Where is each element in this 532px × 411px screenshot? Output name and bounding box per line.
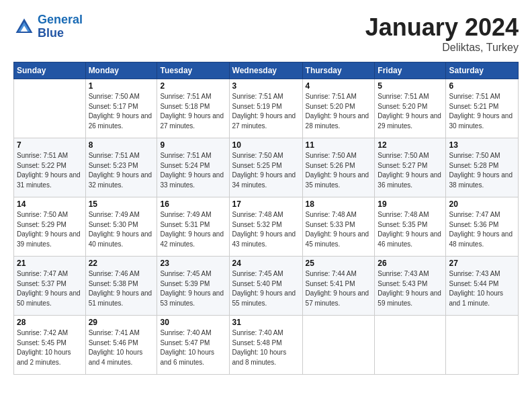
logo-icon (13, 16, 35, 38)
sunrise-text: Sunrise: 7:49 AM (160, 211, 211, 218)
sunrise-text: Sunrise: 7:47 AM (449, 211, 500, 218)
title-block: January 2024 Deliktas, Turkey (365, 13, 519, 54)
day-detail: Sunrise: 7:50 AMSunset: 5:29 PMDaylight:… (17, 210, 83, 249)
col-tuesday: Tuesday (157, 62, 229, 79)
sunset-text: Sunset: 5:33 PM (306, 221, 355, 228)
sunset-text: Sunset: 5:48 PM (232, 339, 282, 347)
day-number: 7 (17, 140, 83, 150)
table-row: 23Sunrise: 7:45 AMSunset: 5:39 PMDayligh… (157, 257, 229, 316)
sunrise-text: Sunrise: 7:49 AM (89, 211, 140, 218)
daylight-text: Daylight: 9 hours and 50 minutes. (17, 289, 81, 307)
day-detail: Sunrise: 7:50 AMSunset: 5:27 PMDaylight:… (378, 151, 443, 190)
logo: General Blue (13, 13, 83, 40)
day-number: 2 (160, 81, 226, 91)
table-row (446, 316, 519, 375)
daylight-text: Daylight: 9 hours and 53 minutes. (160, 289, 224, 307)
sunset-text: Sunset: 5:37 PM (17, 280, 66, 287)
table-row: 11Sunrise: 7:50 AMSunset: 5:26 PMDayligh… (302, 138, 375, 197)
sunset-text: Sunset: 5:36 PM (449, 221, 498, 228)
daylight-text: Daylight: 9 hours and 46 minutes. (378, 230, 441, 248)
week-row-4: 21Sunrise: 7:47 AMSunset: 5:37 PMDayligh… (14, 257, 519, 316)
day-number: 11 (306, 140, 372, 150)
sunrise-text: Sunrise: 7:40 AM (160, 329, 211, 336)
sunrise-text: Sunrise: 7:43 AM (378, 270, 429, 277)
sunset-text: Sunset: 5:28 PM (449, 162, 498, 169)
subtitle: Deliktas, Turkey (365, 42, 519, 54)
daylight-text: Daylight: 10 hours and 2 minutes. (17, 349, 71, 366)
daylight-text: Daylight: 9 hours and 31 minutes. (17, 171, 81, 189)
sunrise-text: Sunrise: 7:48 AM (232, 211, 283, 218)
sunset-text: Sunset: 5:39 PM (160, 280, 210, 287)
day-detail: Sunrise: 7:49 AMSunset: 5:31 PMDaylight:… (160, 210, 226, 249)
day-detail: Sunrise: 7:41 AMSunset: 5:46 PMDaylight:… (89, 328, 154, 367)
table-row: 19Sunrise: 7:48 AMSunset: 5:35 PMDayligh… (375, 197, 446, 257)
table-row: 25Sunrise: 7:44 AMSunset: 5:41 PMDayligh… (302, 257, 375, 316)
sunset-text: Sunset: 5:26 PM (306, 162, 355, 169)
header: General Blue January 2024 Deliktas, Turk… (13, 13, 519, 54)
table-row: 2Sunrise: 7:51 AMSunset: 5:18 PMDaylight… (157, 79, 229, 138)
sunrise-text: Sunrise: 7:50 AM (17, 211, 68, 218)
sunrise-text: Sunrise: 7:51 AM (449, 93, 500, 100)
daylight-text: Daylight: 9 hours and 28 minutes. (306, 112, 369, 130)
table-row: 17Sunrise: 7:48 AMSunset: 5:32 PMDayligh… (229, 197, 302, 257)
day-detail: Sunrise: 7:40 AMSunset: 5:47 PMDaylight:… (160, 328, 226, 367)
day-number: 1 (89, 81, 154, 91)
week-row-3: 14Sunrise: 7:50 AMSunset: 5:29 PMDayligh… (14, 197, 519, 257)
day-number: 12 (378, 140, 443, 150)
daylight-text: Daylight: 9 hours and 55 minutes. (232, 289, 296, 307)
day-detail: Sunrise: 7:47 AMSunset: 5:37 PMDaylight:… (17, 269, 83, 308)
table-row: 15Sunrise: 7:49 AMSunset: 5:30 PMDayligh… (85, 197, 157, 257)
day-number: 27 (449, 259, 515, 268)
day-detail: Sunrise: 7:51 AMSunset: 5:20 PMDaylight:… (378, 92, 443, 131)
table-row (14, 79, 86, 138)
daylight-text: Daylight: 9 hours and 32 minutes. (89, 171, 152, 189)
sunrise-text: Sunrise: 7:46 AM (89, 270, 140, 277)
sunset-text: Sunset: 5:41 PM (306, 280, 355, 287)
day-detail: Sunrise: 7:44 AMSunset: 5:41 PMDaylight:… (306, 269, 372, 308)
logo-text: General Blue (38, 13, 83, 40)
sunrise-text: Sunrise: 7:44 AM (306, 270, 357, 277)
table-row: 4Sunrise: 7:51 AMSunset: 5:20 PMDaylight… (302, 79, 375, 138)
daylight-text: Daylight: 9 hours and 51 minutes. (89, 289, 152, 307)
sunrise-text: Sunrise: 7:51 AM (17, 152, 68, 159)
header-row: Sunday Monday Tuesday Wednesday Thursday… (14, 62, 519, 79)
week-row-1: 1Sunrise: 7:50 AMSunset: 5:17 PMDaylight… (14, 79, 519, 138)
day-detail: Sunrise: 7:48 AMSunset: 5:33 PMDaylight:… (306, 210, 372, 249)
sunset-text: Sunset: 5:38 PM (89, 280, 138, 287)
day-number: 25 (306, 259, 372, 268)
day-number: 3 (232, 81, 300, 91)
day-detail: Sunrise: 7:48 AMSunset: 5:32 PMDaylight:… (232, 210, 300, 249)
day-number: 10 (232, 140, 300, 150)
day-detail: Sunrise: 7:48 AMSunset: 5:35 PMDaylight:… (378, 210, 443, 249)
day-number: 17 (232, 199, 300, 209)
sunrise-text: Sunrise: 7:50 AM (232, 152, 283, 159)
table-row: 22Sunrise: 7:46 AMSunset: 5:38 PMDayligh… (85, 257, 157, 316)
sunset-text: Sunset: 5:21 PM (449, 103, 498, 110)
table-row: 7Sunrise: 7:51 AMSunset: 5:22 PMDaylight… (14, 138, 86, 197)
daylight-text: Daylight: 9 hours and 48 minutes. (449, 230, 513, 248)
sunrise-text: Sunrise: 7:51 AM (306, 93, 357, 100)
sunset-text: Sunset: 5:19 PM (232, 103, 282, 110)
daylight-text: Daylight: 9 hours and 33 minutes. (160, 171, 224, 189)
day-number: 18 (306, 199, 372, 209)
sunset-text: Sunset: 5:18 PM (160, 103, 210, 110)
sunrise-text: Sunrise: 7:50 AM (306, 152, 357, 159)
sunrise-text: Sunrise: 7:43 AM (449, 270, 500, 277)
daylight-text: Daylight: 9 hours and 29 minutes. (378, 112, 441, 130)
day-detail: Sunrise: 7:51 AMSunset: 5:19 PMDaylight:… (232, 92, 300, 131)
daylight-text: Daylight: 9 hours and 36 minutes. (378, 171, 441, 189)
sunset-text: Sunset: 5:43 PM (378, 280, 427, 287)
logo-line2: Blue (38, 26, 64, 40)
col-saturday: Saturday (446, 62, 519, 79)
sunset-text: Sunset: 5:24 PM (160, 162, 210, 169)
col-friday: Friday (375, 62, 446, 79)
day-number: 22 (89, 259, 154, 268)
sunrise-text: Sunrise: 7:51 AM (378, 93, 429, 100)
day-number: 31 (232, 318, 300, 327)
day-number: 20 (449, 199, 515, 209)
table-row: 5Sunrise: 7:51 AMSunset: 5:20 PMDaylight… (375, 79, 446, 138)
sunset-text: Sunset: 5:47 PM (160, 339, 210, 347)
day-detail: Sunrise: 7:51 AMSunset: 5:20 PMDaylight:… (306, 92, 372, 131)
day-number: 9 (160, 140, 226, 150)
daylight-text: Daylight: 10 hours and 6 minutes. (160, 349, 214, 366)
